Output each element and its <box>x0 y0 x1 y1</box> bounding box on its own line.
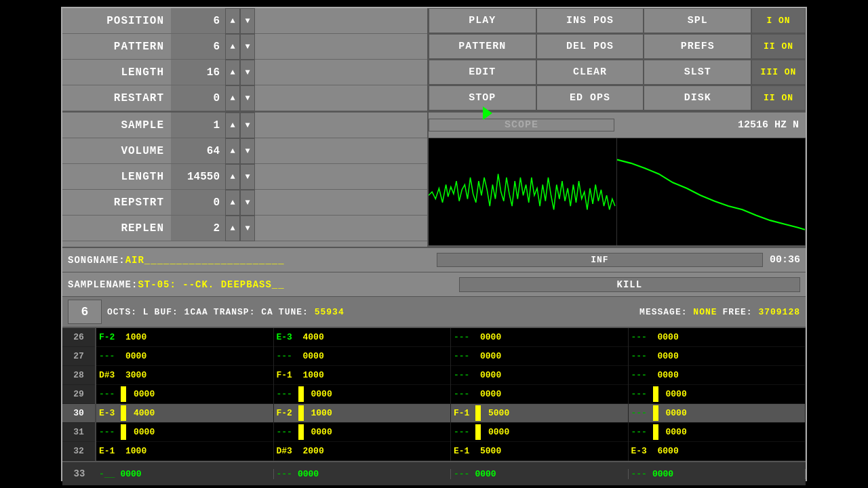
repstrt-row: REPSTRT 0 ▲ ▼ <box>62 190 427 216</box>
length2-down[interactable]: ▼ <box>240 164 255 190</box>
restart-row: RESTART 0 ▲ ▼ <box>62 85 427 111</box>
scope-right <box>617 138 806 245</box>
left-controls-panel: POSITION 6 ▲ ▼ PATTERN 6 ▲ ▼ LENGTH 16 ▲… <box>62 8 429 111</box>
on1-button[interactable]: I ON <box>751 8 806 33</box>
track4-row26: ---0000 <box>629 328 806 347</box>
bottom-track-3: --- 0000 <box>451 469 629 479</box>
tune-label: TUNE: 55934 <box>279 307 344 317</box>
volume-down[interactable]: ▼ <box>240 138 255 164</box>
length-value: 16 <box>171 60 225 85</box>
buf-label: BUF: 1CAA <box>155 307 208 317</box>
restart-down[interactable]: ▼ <box>240 85 255 111</box>
length-down[interactable]: ▼ <box>240 60 255 85</box>
sample-down[interactable]: ▼ <box>240 113 255 138</box>
time-display: 00:36 <box>770 254 800 266</box>
status-row: 6 OCTS: L BUF: 1CAA TRANSP: CA TUNE: 559… <box>62 297 806 328</box>
track1-row27: ---0000 <box>96 347 273 366</box>
pattern-number: 6 <box>68 300 102 324</box>
sample-row: SAMPLE 1 ▲ ▼ <box>62 113 427 138</box>
volume-row: VOLUME 64 ▲ ▼ <box>62 138 427 164</box>
row-numbers: 26 27 28 29 30 31 32 <box>62 328 96 461</box>
songname-value: AIR______________________ <box>125 255 437 266</box>
ed-ops-button[interactable]: ED OPS <box>536 85 644 110</box>
slst-button[interactable]: SLST <box>644 60 751 85</box>
disk-button[interactable]: DISK <box>644 85 751 110</box>
position-down[interactable]: ▼ <box>240 8 255 34</box>
volume-label: VOLUME <box>62 145 171 157</box>
prefs-button[interactable]: PREFS <box>644 34 751 59</box>
track3-row28: ---0000 <box>451 366 628 385</box>
pattern-label: PATTERN <box>62 41 171 53</box>
transport-row-1: PLAY INS POS SPL I ON <box>429 8 806 34</box>
track4-row29: --- 0000 <box>629 385 806 404</box>
hz-display: 12516 HZ N <box>614 119 806 131</box>
track3-row32: E-15000 <box>451 442 628 461</box>
edit-button[interactable]: EDIT <box>429 60 536 85</box>
pattern-down[interactable]: ▼ <box>240 34 255 60</box>
pattern-up[interactable]: ▲ <box>225 34 240 60</box>
bottom-track-1: -__ 0000 <box>96 469 274 479</box>
track2-row27: ---0000 <box>274 347 451 366</box>
ins-pos-button[interactable]: INS POS <box>536 8 644 33</box>
svg-rect-1 <box>617 138 805 245</box>
track2-row32: D#32000 <box>274 442 451 461</box>
row-28: 28 <box>62 366 95 385</box>
sample-value: 1 <box>171 113 225 138</box>
songname-row: SONGNAME: AIR______________________ INF … <box>62 248 806 272</box>
restart-up[interactable]: ▲ <box>225 85 240 111</box>
position-up[interactable]: ▲ <box>225 8 240 34</box>
on4-button[interactable]: II ON <box>751 85 806 110</box>
length-up[interactable]: ▲ <box>225 60 240 85</box>
row-30: 30 <box>62 404 95 423</box>
track2-row31: --- 0000 <box>274 423 451 442</box>
length2-up[interactable]: ▲ <box>225 164 240 190</box>
row-29: 29 <box>62 385 95 404</box>
track4-row30: --- 0000 <box>629 404 806 423</box>
clear-button[interactable]: CLEAR <box>536 60 644 85</box>
track1-row29: --- 0000 <box>96 385 273 404</box>
right-controls-panel: PLAY INS POS SPL I ON PATTERN DEL POS PR… <box>429 8 806 111</box>
samplename-row: SAMPLENAME: ST-05: --CK. DEEPBASS__ KILL <box>62 272 806 297</box>
length-label: LENGTH <box>62 66 171 79</box>
track2-row26: E-34000 <box>274 328 451 347</box>
bottom-row-33: 33 -__ 0000 --- 0000 --- 0000 --- 0000 <box>62 461 806 485</box>
position-value: 6 <box>171 8 225 33</box>
pattern-value: 6 <box>171 34 225 59</box>
scope-button[interactable]: SCOPE <box>429 119 614 131</box>
length2-label: LENGTH <box>62 171 171 183</box>
free-label: FREE: 3709128 <box>723 307 800 317</box>
inf-button[interactable]: INF <box>437 253 763 267</box>
track3-row29: ---0000 <box>451 385 628 404</box>
sample-label: SAMPLE <box>62 119 171 131</box>
play-button[interactable]: PLAY <box>429 8 536 33</box>
sample-up[interactable]: ▲ <box>225 113 240 138</box>
track2-row29: --- 0000 <box>274 385 451 404</box>
tracks-area: 26 27 28 29 30 31 32 F-21000 ---0000 D#3… <box>62 328 806 461</box>
row-31: 31 <box>62 423 95 442</box>
track3-row30: F-1 5000 <box>451 404 628 423</box>
repstrt-up[interactable]: ▲ <box>225 190 240 216</box>
on3-button[interactable]: III ON <box>751 60 806 85</box>
bottom-track-4: --- 0000 <box>629 469 806 479</box>
restart-label: RESTART <box>62 92 171 104</box>
track4-row28: ---0000 <box>629 366 806 385</box>
track4-row31: --- 0000 <box>629 423 806 442</box>
track3-row31: --- 0000 <box>451 423 628 442</box>
sample-controls: SAMPLE 1 ▲ ▼ VOLUME 64 ▲ ▼ LENGTH 14550 … <box>62 113 429 247</box>
on2-button[interactable]: II ON <box>751 34 806 59</box>
replen-up[interactable]: ▲ <box>225 216 240 241</box>
track3-row26: ---0000 <box>451 328 628 347</box>
replen-down[interactable]: ▼ <box>240 216 255 241</box>
volume-up[interactable]: ▲ <box>225 138 240 164</box>
msg-value: NONE <box>693 307 717 317</box>
spl-button[interactable]: SPL <box>644 8 751 33</box>
del-pos-button[interactable]: DEL POS <box>536 34 644 59</box>
track4-row32: E-36000 <box>629 442 806 461</box>
cursor-pointer <box>483 106 492 120</box>
repstrt-down[interactable]: ▼ <box>240 190 255 216</box>
kill-button[interactable]: KILL <box>459 277 800 292</box>
track3-row27: ---0000 <box>451 347 628 366</box>
pattern-button[interactable]: PATTERN <box>429 34 536 59</box>
replen-value: 2 <box>171 216 225 241</box>
track1-row31: --- 0000 <box>96 423 273 442</box>
